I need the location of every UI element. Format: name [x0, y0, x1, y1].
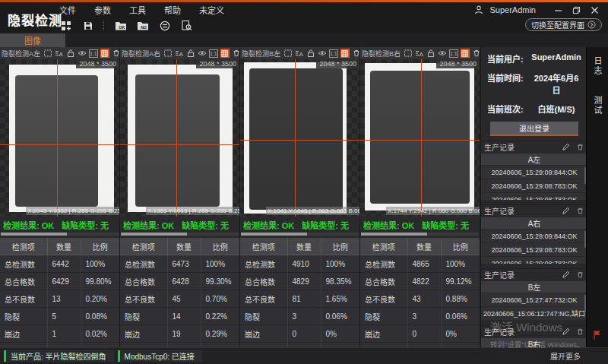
- table-cell: 总不良数: [240, 290, 287, 308]
- col-header: 数量: [287, 238, 321, 255]
- text-label-icon[interactable]: A: [175, 49, 184, 58]
- horizontal-scrollbar[interactable]: [241, 233, 359, 236]
- image-viewport[interactable]: 2048 * 3500 X:1353 Y:0013 | R:255 G:255 …: [120, 59, 239, 217]
- trash-icon[interactable]: [232, 49, 241, 58]
- camera-image: [9, 65, 114, 212]
- grid-icon[interactable]: [461, 49, 470, 58]
- horizontal-scrollbar[interactable]: [1, 233, 119, 236]
- record-item[interactable]: 20240606_15:27:47:732:OK: [481, 293, 587, 307]
- edit-icon[interactable]: [562, 143, 570, 151]
- tab-log[interactable]: 日志: [591, 56, 603, 76]
- edit-icon[interactable]: [562, 207, 570, 215]
- table-cell: 0.70%: [201, 290, 239, 308]
- table-cell: 19: [167, 325, 201, 343]
- roi-select-icon[interactable]: [283, 49, 293, 58]
- scrollbar-thumb[interactable]: [1, 233, 67, 236]
- menu-params[interactable]: 参数: [94, 4, 111, 16]
- eye-icon[interactable]: [438, 49, 447, 58]
- text-label-icon[interactable]: A: [415, 49, 424, 58]
- table-header-row: 检测项 数量 比例: [240, 238, 359, 255]
- roi-select-icon[interactable]: [404, 49, 413, 58]
- titlebar: 隐裂检测 文件 参数 工具 帮助 未定义 OK NG: [0, 2, 608, 33]
- image-viewport[interactable]: 2048 * 3500 X:2043 Y:0532 | R:255 G:255 …: [0, 59, 119, 217]
- tab-image[interactable]: 图像: [0, 33, 65, 47]
- image-viewport[interactable]: 2048 * 3500 X:1041 Y:1045 | R:063 G:063 …: [240, 59, 359, 217]
- lock-icon[interactable]: [186, 49, 195, 58]
- scrollbar-thumb[interactable]: [121, 233, 187, 236]
- table-cell: 崩边: [0, 325, 47, 343]
- record-item[interactable]: 20240606_15:06:12:747:NG,缺口: [481, 307, 587, 321]
- lock-icon[interactable]: [426, 49, 435, 58]
- zoom-1to1-icon[interactable]: 1:1: [449, 49, 458, 58]
- folder-ng-icon[interactable]: NG: [136, 20, 149, 32]
- trash-icon[interactable]: [576, 271, 584, 279]
- expand-more-button[interactable]: 展开更多: [550, 350, 581, 362]
- trash-icon[interactable]: [576, 328, 584, 336]
- roi-select-icon[interactable]: [43, 49, 52, 58]
- database-icon[interactable]: [158, 20, 171, 32]
- scrollbar-thumb[interactable]: [361, 233, 427, 236]
- result-text: 检测结果: OK: [243, 219, 294, 231]
- table-row: 总检测数6473100%: [120, 255, 239, 273]
- trash-icon[interactable]: [112, 49, 121, 58]
- zoom-1to1-icon[interactable]: 1:1: [209, 49, 218, 58]
- result-row: 检测结果: OK 缺陷类型: 无: [0, 217, 119, 233]
- eye-icon[interactable]: [318, 49, 327, 58]
- flag-icon[interactable]: [592, 330, 603, 340]
- record-item[interactable]: 20240606_15:29:09:844:OK: [481, 229, 587, 243]
- switch-to-config-button[interactable]: 切换至配置界面: [525, 18, 602, 31]
- table-row: 崩边10.02%: [0, 325, 119, 343]
- trash-icon[interactable]: [472, 49, 481, 58]
- edit-icon[interactable]: [562, 271, 570, 279]
- edit-icon[interactable]: [562, 328, 570, 336]
- trash-icon[interactable]: [576, 143, 584, 151]
- text-label-icon[interactable]: A: [295, 49, 304, 58]
- table-cell: 98.35%: [321, 273, 359, 290]
- image-search-icon[interactable]: [180, 20, 193, 32]
- horizontal-scrollbar[interactable]: [361, 233, 479, 236]
- roi-select-icon[interactable]: [163, 49, 173, 58]
- chevron-right-circle-icon: [587, 21, 596, 29]
- table-cell: 81: [287, 290, 321, 308]
- table-cell: 总不良数: [0, 290, 47, 308]
- trash-icon[interactable]: [576, 207, 584, 215]
- minimize-button[interactable]: [549, 3, 567, 17]
- lock-icon[interactable]: [66, 49, 75, 58]
- camera-panel-a-left: 隐裂检测A左 A 1:1 2048 * 3500 X:2043 Y:0532 |…: [0, 47, 120, 348]
- menu-undefined[interactable]: 未定义: [199, 4, 224, 16]
- record-item[interactable]: 20240606_15:29:08:783:OK: [481, 243, 587, 257]
- record-item[interactable]: 20240606_15:29:08:783:OK: [481, 193, 587, 200]
- eye-icon[interactable]: [198, 49, 207, 58]
- scrollbar-thumb[interactable]: [241, 233, 307, 236]
- menu-help[interactable]: 帮助: [164, 4, 181, 16]
- panel-title: 隐裂检测A右: [122, 49, 160, 59]
- close-button[interactable]: [585, 3, 603, 17]
- tab-test[interactable]: 测试: [591, 96, 603, 116]
- folder-ok-icon[interactable]: OK: [114, 20, 127, 32]
- record-item[interactable]: 20240606_15:29:08:783:OK: [481, 179, 587, 193]
- table-cell: 隐裂: [240, 308, 287, 325]
- svg-text:A: A: [179, 51, 184, 58]
- grid-icon[interactable]: [100, 49, 109, 58]
- horizontal-scrollbar[interactable]: [121, 233, 239, 236]
- table-cell: 总合格数: [0, 273, 47, 290]
- zoom-1to1-icon[interactable]: 1:1: [329, 49, 338, 58]
- grid-icon[interactable]: [220, 49, 230, 58]
- image-viewport[interactable]: 2048 * 3500 X:1744 Y:2942 | R:060 G:060 …: [360, 59, 480, 217]
- menu-tools[interactable]: 工具: [129, 4, 146, 16]
- record-item[interactable]: 20240606_15:29:08:783:OK: [481, 257, 587, 264]
- menu-file[interactable]: 文件: [59, 4, 76, 16]
- logout-button[interactable]: 退出登录: [490, 122, 578, 136]
- restore-button[interactable]: [567, 3, 585, 17]
- text-label-icon[interactable]: A: [55, 49, 64, 58]
- lock-icon[interactable]: [306, 49, 315, 58]
- layout-grid-icon[interactable]: [59, 20, 72, 32]
- grid-icon[interactable]: [340, 49, 350, 58]
- record-item[interactable]: 20240606_15:29:09:844:OK: [481, 166, 587, 179]
- eye-icon[interactable]: [78, 49, 87, 58]
- zoom-1to1-icon[interactable]: 1:1: [89, 49, 98, 58]
- save-icon[interactable]: [81, 20, 94, 32]
- table-cell: 0%: [441, 325, 480, 343]
- trash-icon[interactable]: [352, 49, 361, 58]
- status-product: 当前产品: 半片隐裂检四倒角: [4, 350, 114, 362]
